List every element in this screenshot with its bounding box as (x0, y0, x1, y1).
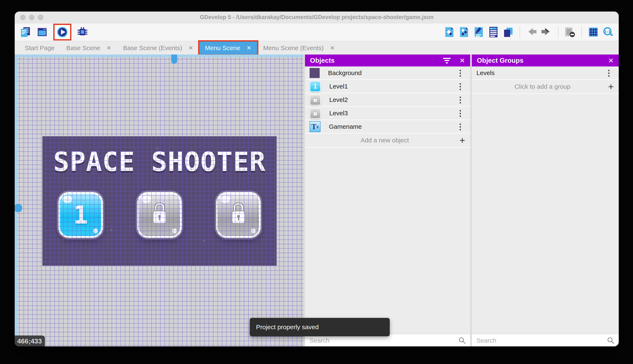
object-menu-button[interactable]: ⋮ (455, 82, 466, 91)
layers-icon (502, 26, 514, 38)
object-thumbnail-level1: 1 (309, 81, 321, 92)
zoom-options-button[interactable]: 1:1 (602, 26, 614, 38)
level2-button-instance[interactable] (137, 192, 182, 238)
object-groups-panel-button[interactable] (458, 26, 470, 38)
object-menu-button[interactable]: ⋮ (455, 122, 466, 131)
redo-button[interactable] (541, 26, 552, 38)
level1-button-instance[interactable]: 1 (58, 192, 103, 238)
close-window-button[interactable] (20, 15, 26, 20)
lock-icon (313, 96, 318, 103)
object-groups-panel-title: Object Groups (477, 56, 608, 64)
tab-label: Menu Scene (Events) (263, 44, 324, 52)
lock-icon (229, 202, 248, 227)
object-thumbnail-level3 (309, 108, 321, 119)
object-row-level3[interactable]: Level3 ⋮ (305, 107, 470, 120)
objects-panel-button[interactable] (444, 26, 455, 38)
tab-close-icon[interactable]: ✕ (107, 45, 111, 51)
panel-divider[interactable] (470, 54, 472, 346)
tab-close-icon[interactable]: ✕ (247, 45, 251, 51)
add-group-row[interactable]: Click to add a group + (472, 80, 619, 94)
tab-label: Menu Scene (205, 44, 240, 52)
save-toast: Project properly saved (250, 318, 390, 336)
groups-search-input[interactable] (476, 337, 607, 344)
object-menu-button[interactable]: ⋮ (455, 95, 466, 104)
level-buttons-row: 1 (42, 192, 277, 238)
project-manager-button[interactable] (20, 26, 31, 38)
game-title-instance[interactable]: SPACE SHOOTER (42, 146, 277, 177)
object-menu-button[interactable]: ⋮ (455, 68, 466, 78)
tab-close-icon[interactable]: ✕ (188, 45, 193, 51)
toggle-mask-button[interactable] (564, 26, 575, 38)
lock-icon (150, 202, 169, 227)
svg-text:1:1: 1:1 (605, 30, 610, 33)
main-area: SPACE SHOOTER 1 (15, 54, 619, 346)
instances-list-panel-button[interactable] (488, 26, 499, 38)
object-groups-panel-header: Object Groups ✕ (472, 54, 619, 66)
toolbar-separator (581, 26, 582, 38)
object-groups-icon (458, 26, 470, 38)
object-groups-panel: Object Groups ✕ Levels ⋮ Click to add a … (472, 54, 619, 346)
horizontal-scrollbar[interactable] (15, 54, 303, 57)
search-icon (458, 337, 466, 344)
groups-search-bar (472, 334, 619, 346)
object-groups-empty-space (472, 94, 619, 334)
add-group-plus-icon[interactable]: + (608, 82, 614, 91)
window-title: GDevelop 5 - /Users/dkarakay/Documents/G… (15, 12, 619, 23)
filter-icon[interactable] (443, 58, 451, 63)
minimize-window-button[interactable] (29, 15, 35, 20)
background-instance[interactable]: SPACE SHOOTER 1 (42, 136, 277, 266)
objects-panel: Objects ✕ Background ⋮ 1 Level1 ⋮ (305, 54, 470, 346)
undo-icon (526, 26, 537, 38)
tab-menu-scene[interactable]: Menu Scene ✕ (199, 41, 257, 54)
properties-panel-button[interactable] (473, 26, 484, 38)
main-toolbar: 1:1 (15, 23, 619, 41)
toolbar-separator (520, 26, 520, 38)
object-row-level2[interactable]: Level2 ⋮ (305, 93, 470, 107)
search-icon (607, 337, 614, 344)
group-menu-button[interactable]: ⋮ (604, 68, 614, 78)
vertical-scroll-handle[interactable] (15, 204, 22, 212)
maximize-window-button[interactable] (38, 15, 43, 20)
traffic-lights (20, 12, 43, 23)
tab-base-scene[interactable]: Base Scene ✕ (61, 41, 117, 54)
tab-base-scene-events[interactable]: Base Scene (Events) ✕ (117, 41, 199, 54)
object-menu-button[interactable]: ⋮ (455, 108, 466, 118)
properties-icon (473, 26, 484, 38)
objects-search-input[interactable] (309, 337, 458, 344)
object-row-background[interactable]: Background ⋮ (305, 66, 470, 80)
object-row-gamename[interactable]: Tx Gamename ⋮ (305, 120, 470, 134)
close-panel-icon[interactable]: ✕ (608, 56, 614, 64)
scene-editor-canvas[interactable]: SPACE SHOOTER 1 (15, 54, 303, 346)
level3-button-instance[interactable] (216, 192, 261, 238)
objects-panel-title: Objects (310, 56, 443, 64)
lock-icon (313, 110, 318, 116)
toggle-grid-button[interactable] (588, 26, 599, 38)
close-panel-icon[interactable]: ✕ (459, 56, 465, 64)
vertical-scrollbar[interactable] (15, 54, 17, 346)
tab-menu-scene-events[interactable]: Menu Scene (Events) ✕ (257, 41, 341, 54)
tab-start-page[interactable]: Start Page (19, 41, 61, 54)
objects-panel-empty-space (305, 148, 470, 334)
toolbar-left-group (20, 24, 88, 40)
scene-window-button[interactable] (37, 26, 48, 38)
toolbar-right-group: 1:1 (444, 26, 614, 38)
object-row-level1[interactable]: 1 Level1 ⋮ (305, 80, 470, 93)
add-object-plus-icon[interactable]: + (459, 136, 465, 144)
add-object-row[interactable]: Add a new object + (305, 134, 470, 148)
panel-divider[interactable] (303, 54, 305, 346)
project-manager-icon (20, 26, 31, 38)
horizontal-scroll-handle[interactable] (171, 54, 177, 64)
launch-preview-button[interactable] (57, 26, 68, 38)
group-row-levels[interactable]: Levels ⋮ (472, 66, 619, 80)
debugger-button[interactable] (77, 26, 88, 38)
undo-button[interactable] (526, 26, 537, 38)
object-icon (444, 26, 455, 38)
scene-window-icon (37, 26, 48, 38)
cursor-coordinates: 466;433 (15, 336, 45, 346)
star-speck (202, 237, 206, 244)
editor-tabs: Start Page Base Scene ✕ Base Scene (Even… (15, 41, 619, 54)
tab-close-icon[interactable]: ✕ (330, 45, 335, 51)
toolbar-separator (558, 26, 558, 38)
layers-panel-button[interactable] (502, 26, 514, 38)
object-thumbnail-gamename: Tx (309, 121, 321, 132)
